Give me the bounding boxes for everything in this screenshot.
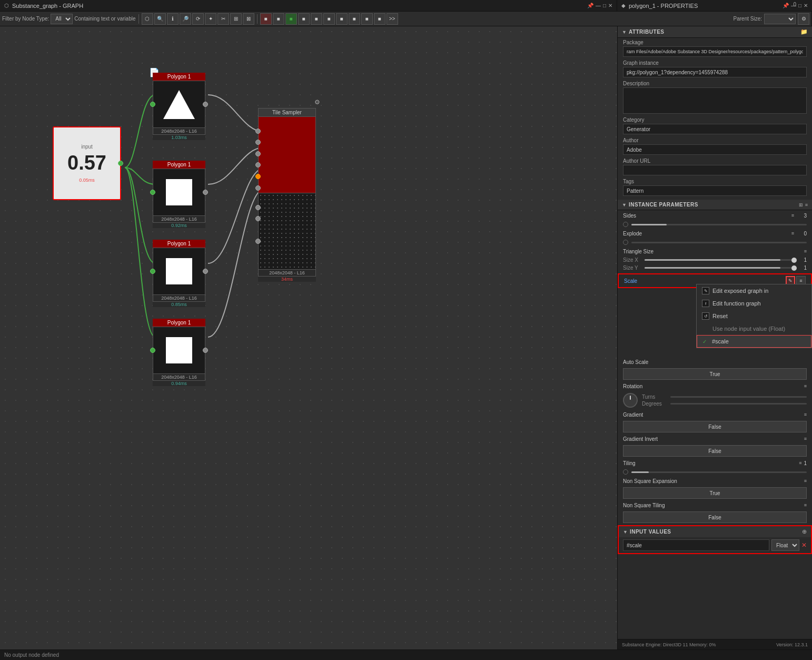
category-input[interactable]	[623, 124, 807, 134]
input-values-name-field[interactable]	[623, 539, 769, 551]
prop-pin-icon[interactable]: 📌	[783, 3, 789, 8]
tiling-track[interactable]	[631, 471, 807, 473]
color-btn-4[interactable]: ■	[298, 13, 310, 25]
toolbar-btn-3[interactable]: ℹ	[167, 13, 179, 25]
edit-exposed-graph-item[interactable]: ✎ Edit exposed graph in	[697, 284, 811, 297]
author-input[interactable]	[623, 144, 807, 155]
prop-maximize-icon[interactable]: □	[798, 3, 801, 8]
tile-sampler-port-9[interactable]	[255, 239, 261, 244]
tags-input[interactable]	[623, 185, 807, 196]
toolbar-btn-9[interactable]: ⊠	[243, 13, 254, 25]
color-btn-6[interactable]: ■	[323, 13, 335, 25]
edit-function-graph-item[interactable]: f Edit function graph	[697, 297, 811, 310]
attributes-section-header[interactable]: ▼ ATTRIBUTES 📁	[618, 26, 812, 38]
toolbar-btn-5[interactable]: ⟳	[192, 13, 204, 25]
size-y-track[interactable]	[645, 267, 796, 269]
minimize-icon[interactable]: —	[596, 3, 601, 8]
input-values-close-btn[interactable]: ✕	[801, 541, 807, 549]
non-square-expansion-btn[interactable]: True	[623, 487, 807, 499]
tile-sampler-port-4[interactable]	[255, 162, 261, 168]
polygon-node-3-output[interactable]	[203, 269, 208, 274]
toolbar-btn-1[interactable]: ⬡	[142, 13, 153, 25]
gradient-menu-icon[interactable]: ≡	[804, 412, 807, 417]
non-square-tiling-menu-icon[interactable]: ≡	[804, 503, 807, 508]
color-btn-3[interactable]: ■	[285, 13, 297, 25]
graph-instance-input[interactable]	[623, 67, 807, 77]
package-input[interactable]	[623, 46, 807, 57]
polygon-node-4-input[interactable]	[150, 348, 155, 353]
auto-scale-btn[interactable]: True	[623, 368, 807, 380]
polygon-node-2-input[interactable]	[150, 190, 155, 195]
non-square-tiling-btn[interactable]: False	[623, 511, 807, 523]
tile-sampler-port-8[interactable]	[255, 216, 261, 221]
input-node-output-port[interactable]	[118, 161, 123, 166]
rotation-knob[interactable]	[623, 393, 638, 408]
polygon-node-2[interactable]: Polygon 1 2048x2048 - L16 0.92ms	[153, 161, 205, 228]
polygon-node-1[interactable]: Polygon 1 2048x2048 - L16 1.03ms	[153, 73, 205, 140]
explode-track[interactable]	[631, 242, 807, 243]
tile-sampler-port-3[interactable]	[255, 151, 261, 156]
parent-size-select[interactable]	[764, 14, 796, 24]
tile-sampler-port-7[interactable]	[255, 205, 261, 210]
polygon-node-3-input[interactable]	[150, 269, 155, 274]
toolbar-btn-6[interactable]: ✦	[205, 13, 216, 25]
degrees-track[interactable]	[670, 403, 807, 405]
polygon-node-1-input[interactable]	[150, 102, 155, 107]
polygon-node-4-output[interactable]	[203, 348, 208, 353]
tile-sampler-port-6[interactable]	[255, 185, 261, 191]
color-btn-1[interactable]: ■	[260, 13, 272, 25]
size-x-track[interactable]	[645, 259, 796, 261]
sides-track[interactable]	[631, 224, 807, 225]
folder-icon[interactable]: 📁	[800, 28, 808, 35]
settings-btn[interactable]: ⚙	[798, 13, 809, 25]
toolbar-btn-4[interactable]: 🔎	[180, 13, 191, 25]
color-btn-7[interactable]: ■	[336, 13, 348, 25]
tile-sampler-port-1[interactable]	[255, 129, 261, 134]
tile-sampler-settings-icon[interactable]: ⚙	[314, 98, 320, 106]
color-btn-2[interactable]: ■	[273, 13, 284, 25]
maximize-icon[interactable]: □	[603, 3, 606, 8]
gradient-btn[interactable]: False	[623, 421, 807, 432]
toolbar-btn-8[interactable]: ⊞	[230, 13, 242, 25]
tiling-menu-icon[interactable]: ≡	[799, 460, 801, 466]
polygon-node-1-output[interactable]	[203, 102, 208, 107]
close-icon[interactable]: ✕	[608, 3, 612, 8]
tile-sampler-node[interactable]: ⚙ Tile Sampler 2048x	[258, 108, 316, 282]
reset-item[interactable]: ↺ Reset	[697, 310, 811, 322]
color-btn-9[interactable]: ■	[361, 13, 373, 25]
color-btn-8[interactable]: ■	[349, 13, 360, 25]
explode-slider[interactable]	[618, 239, 812, 246]
toolbar-btn-2[interactable]: 🔍	[154, 13, 166, 25]
polygon-node-3[interactable]: Polygon 1 2048x2048 - L16 0.85ms	[153, 240, 205, 307]
use-node-input-item[interactable]: Use node input value (Float)	[697, 322, 811, 335]
instance-params-section-header[interactable]: ▼ INSTANCE PARAMETERS ⊞ ≡	[618, 200, 812, 210]
color-btn-5[interactable]: ■	[311, 13, 322, 25]
filter-type-select[interactable]: All	[51, 14, 73, 24]
rotation-menu-icon[interactable]: ≡	[804, 383, 807, 389]
sides-slider[interactable]	[618, 221, 812, 228]
non-square-expansion-menu-icon[interactable]: ≡	[804, 478, 807, 484]
instance-params-icon-2[interactable]: ≡	[805, 202, 808, 208]
toolbar-btn-7[interactable]: ✂	[217, 13, 229, 25]
description-textarea[interactable]	[623, 87, 807, 114]
input-values-add-icon[interactable]: ⊕	[802, 528, 807, 535]
input-values-type-select[interactable]: Float	[771, 539, 799, 551]
tile-sampler-port-2[interactable]	[255, 140, 261, 145]
input-node[interactable]: input 0.57 0.05ms	[53, 126, 121, 200]
scale-item[interactable]: ✓ #scale	[697, 335, 811, 348]
more-btn[interactable]: >>	[387, 13, 398, 25]
author-url-input[interactable]	[623, 165, 807, 175]
tiling-slider[interactable]	[618, 468, 812, 476]
gradient-invert-btn[interactable]: False	[623, 445, 807, 457]
triangle-size-menu-icon[interactable]: ≡	[804, 249, 807, 254]
sides-menu-icon[interactable]: ≡	[791, 213, 794, 218]
instance-params-icon-1[interactable]: ⊞	[799, 202, 803, 208]
tile-sampler-port-5[interactable]	[255, 174, 261, 179]
color-btn-10[interactable]: ■	[374, 13, 385, 25]
polygon-node-4[interactable]: Polygon 1 2048x2048 - L16 0.94ms	[153, 319, 205, 386]
graph-canvas[interactable]: input 0.57 0.05ms 📄 Polygon 1 2048x2048	[0, 26, 617, 649]
polygon-node-2-output[interactable]	[203, 190, 208, 195]
explode-menu-icon[interactable]: ≡	[791, 231, 794, 236]
prop-close-icon[interactable]: ✕	[804, 3, 808, 8]
gradient-invert-menu-icon[interactable]: ≡	[804, 436, 807, 441]
